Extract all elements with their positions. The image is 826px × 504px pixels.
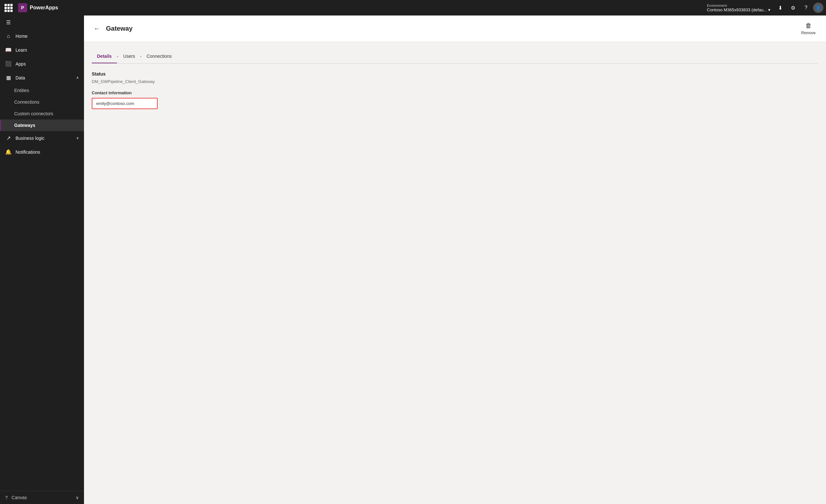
- avatar[interactable]: 👤: [813, 3, 823, 13]
- brand-name: PowerApps: [30, 5, 58, 11]
- content-area: Details ● Users ● Connections Status DM_…: [84, 42, 826, 504]
- gateway-name: DM_GWPipeline_Client_Gateway: [92, 79, 818, 84]
- page-title: Gateway: [106, 25, 132, 32]
- page-header: ← Gateway 🗑 Remove: [84, 15, 826, 42]
- contact-info-label: Contact information: [92, 90, 818, 95]
- back-button[interactable]: ←: [92, 23, 102, 34]
- sidebar-hamburger[interactable]: ☰: [0, 15, 84, 29]
- download-button[interactable]: ⬇: [774, 2, 786, 13]
- sidebar-item-label: Learn: [15, 48, 79, 53]
- help-button[interactable]: ?: [800, 2, 812, 13]
- download-icon: ⬇: [778, 5, 782, 11]
- sidebar-sub-label: Custom connectors: [14, 111, 53, 116]
- sidebar-item-label: Business logic: [15, 136, 72, 141]
- back-arrow-icon: ←: [94, 25, 100, 32]
- settings-button[interactable]: ⚙: [787, 2, 799, 13]
- gear-icon: ⚙: [791, 5, 795, 11]
- sidebar-item-label: Data: [15, 75, 72, 80]
- data-icon: ▦: [5, 75, 12, 81]
- trash-icon: 🗑: [805, 22, 812, 29]
- topbar: P PowerApps Environment Contoso M365x933…: [0, 0, 826, 15]
- contact-email-input[interactable]: [93, 99, 157, 109]
- home-icon: ⌂: [5, 33, 12, 39]
- tab-details[interactable]: Details: [92, 50, 117, 63]
- sidebar-item-label: Apps: [15, 61, 79, 66]
- sidebar-sub-item-entities[interactable]: Entities: [0, 84, 84, 96]
- help-icon: ?: [805, 5, 808, 11]
- topbar-icons: ⬇ ⚙ ? 👤: [774, 2, 823, 13]
- learn-icon: 📖: [5, 47, 12, 53]
- chevron-down-icon: ∨: [75, 495, 79, 500]
- sidebar-footer: ? Canvas ∨: [0, 491, 84, 504]
- canvas-label: Canvas: [12, 495, 27, 500]
- contact-input-wrapper: [92, 98, 158, 109]
- brand-logo-icon: P: [21, 5, 24, 10]
- sidebar-sub-label: Entities: [14, 88, 29, 93]
- sidebar-sub-label: Gateways: [14, 123, 35, 128]
- sidebar-item-apps[interactable]: ⬛ Apps: [0, 57, 84, 71]
- sidebar-item-learn[interactable]: 📖 Learn: [0, 43, 84, 57]
- tab-users-label: Users: [123, 54, 135, 59]
- apps-icon: ⬛: [5, 61, 12, 67]
- business-logic-icon: ↗: [5, 135, 12, 141]
- sidebar-sub-label: Connections: [14, 100, 40, 105]
- hamburger-icon: ☰: [5, 19, 12, 25]
- remove-button[interactable]: 🗑 Remove: [799, 21, 818, 37]
- canvas-icon: ?: [5, 495, 8, 500]
- waffle-icon: [4, 4, 13, 12]
- environment-selector[interactable]: Environment Contoso M365x933833 (defau..…: [704, 4, 773, 12]
- page-header-left: ← Gateway: [92, 23, 132, 34]
- main-content: ← Gateway 🗑 Remove Details ● Users ●: [84, 15, 826, 504]
- sidebar-item-business-logic[interactable]: ↗ Business logic ∨: [0, 131, 84, 145]
- environment-label: Environment: [707, 4, 727, 7]
- sidebar-footer-canvas[interactable]: ? Canvas ∨: [0, 491, 84, 504]
- chevron-down-icon: ▾: [768, 7, 770, 12]
- waffle-menu-button[interactable]: [3, 2, 14, 13]
- sidebar-item-label: Home: [15, 34, 79, 39]
- brand: P PowerApps: [15, 3, 61, 12]
- sidebar-item-data[interactable]: ▦ Data ∧: [0, 71, 84, 84]
- sidebar-sub-item-gateways[interactable]: Gateways: [0, 119, 84, 131]
- tab-connections[interactable]: Connections: [141, 50, 177, 63]
- environment-name: Contoso M365x933833 (defau... ▾: [707, 7, 770, 12]
- tabs: Details ● Users ● Connections: [92, 50, 818, 64]
- status-section-label: Status: [92, 71, 818, 76]
- brand-logo-box: P: [18, 3, 27, 12]
- tab-details-label: Details: [97, 54, 112, 59]
- sidebar-sub-item-connections[interactable]: Connections: [0, 96, 84, 108]
- avatar-initials: 👤: [816, 5, 821, 10]
- sidebar-item-label: Notifications: [15, 149, 79, 155]
- tab-users[interactable]: Users: [118, 50, 140, 63]
- remove-label: Remove: [801, 31, 816, 35]
- sidebar-item-notifications[interactable]: 🔔 Notifications: [0, 145, 84, 159]
- chevron-down-icon: ∨: [76, 136, 79, 140]
- notifications-icon: 🔔: [5, 149, 12, 155]
- chevron-up-icon: ∧: [76, 75, 79, 80]
- sidebar: ☰ ⌂ Home 📖 Learn ⬛ Apps ▦ Data ∧ Entitie…: [0, 15, 84, 504]
- sidebar-item-home[interactable]: ⌂ Home: [0, 29, 84, 43]
- sidebar-sub-item-custom-connectors[interactable]: Custom connectors: [0, 108, 84, 119]
- main-layout: ☰ ⌂ Home 📖 Learn ⬛ Apps ▦ Data ∧ Entitie…: [0, 15, 826, 504]
- tab-connections-label: Connections: [146, 54, 172, 59]
